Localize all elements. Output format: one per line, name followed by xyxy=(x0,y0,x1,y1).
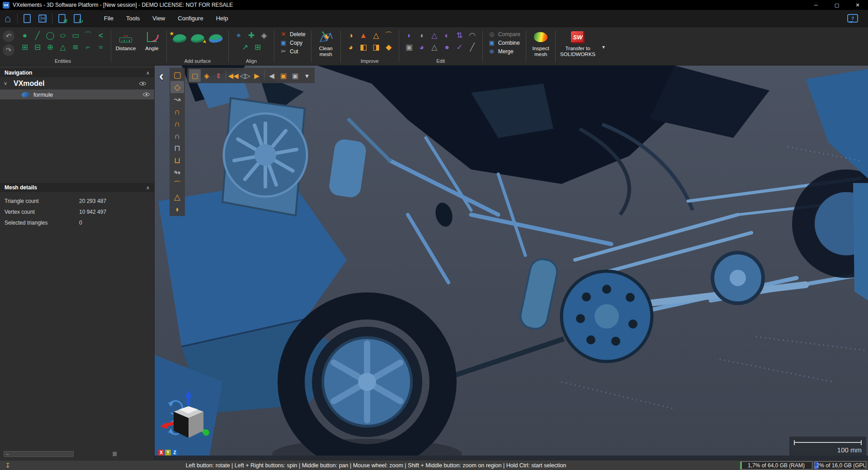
cone-icon[interactable]: △ xyxy=(57,41,69,53)
grid-cylinder-icon[interactable]: ⊟ xyxy=(32,41,43,53)
mesh-details-panel-header[interactable]: Mesh details ∧ xyxy=(0,183,154,192)
export-session-icon[interactable]: ↻ xyxy=(70,12,85,25)
fill-partial-icon[interactable]: ◧ xyxy=(358,41,369,53)
zoom-fit-icon[interactable]: ▣ xyxy=(278,69,289,82)
collapse-icon[interactable]: ∧ xyxy=(146,185,150,191)
select-dome-through-icon[interactable]: ∩ xyxy=(170,130,184,142)
transfer-dropdown-icon[interactable]: ▾ xyxy=(599,28,609,65)
select-dome-visible-icon[interactable]: ∩ xyxy=(170,118,184,130)
align-axes-icon[interactable]: ⌖ xyxy=(233,29,245,41)
home-icon[interactable]: ⌂ xyxy=(0,12,15,25)
feedback-icon[interactable]: ? xyxy=(847,14,858,23)
visibility-eye-icon[interactable] xyxy=(139,82,146,85)
inspect-mesh-button[interactable]: Inspect mesh xyxy=(528,28,554,65)
add-surface-manual-icon[interactable] xyxy=(190,33,205,43)
select-path-icon[interactable]: ↝ xyxy=(170,93,184,105)
session-download-icon[interactable]: ↧ xyxy=(2,462,14,469)
refine-boundary-icon[interactable]: ◕ xyxy=(345,41,357,53)
views-dropdown-icon[interactable]: ▾ xyxy=(301,69,313,82)
tree-node-formule[interactable]: formule xyxy=(0,89,154,99)
waterproof-icon[interactable]: ● xyxy=(441,41,453,53)
merge-button[interactable]: ⊕ Merge xyxy=(487,47,522,55)
list-view-icon[interactable]: ≣ xyxy=(112,450,118,457)
defeature-icon[interactable]: ◗ xyxy=(403,29,415,41)
panel-scrollbar[interactable]: ⌙ xyxy=(4,451,74,457)
clean-triangles-icon[interactable]: △ xyxy=(370,29,382,41)
collapse-icon[interactable]: ∧ xyxy=(146,70,150,76)
visibility-eye-icon[interactable] xyxy=(143,93,150,96)
layers-icon[interactable]: ≋ xyxy=(70,41,81,53)
tree-node-vxmodel[interactable]: ∨ VXmodel xyxy=(0,77,154,89)
point-icon[interactable]: ● xyxy=(19,29,31,41)
cut-button[interactable]: ✂ Cut xyxy=(278,47,307,55)
combine-button[interactable]: ▣ Combine xyxy=(487,39,522,47)
navigation-panel-header[interactable]: Navigation ∧ xyxy=(0,68,154,77)
import-session-icon[interactable]: ↺ xyxy=(54,12,70,25)
select-box-icon[interactable]: ⊓ xyxy=(170,142,184,154)
next-view-icon[interactable]: ▶ xyxy=(251,69,263,82)
validate-icon[interactable]: ✓ xyxy=(454,41,466,53)
minimize-button[interactable]: ─ xyxy=(806,0,826,10)
menu-file[interactable]: File xyxy=(98,12,120,24)
delete-button[interactable]: ✕ Delete xyxy=(278,30,307,38)
view-back-icon[interactable]: ◀ xyxy=(266,69,278,82)
maximize-button[interactable]: ▢ xyxy=(826,0,847,10)
redo-button[interactable]: ↷ xyxy=(3,44,14,56)
fill-bridge-icon[interactable]: ◨ xyxy=(370,41,382,53)
new-session-icon[interactable] xyxy=(19,12,35,25)
select-dome-icon[interactable]: ∩ xyxy=(170,105,184,118)
angle-button[interactable]: Angle xyxy=(139,28,165,65)
align-move-icon[interactable]: ↗ xyxy=(239,41,251,53)
undo-button[interactable]: ↶ xyxy=(3,30,14,42)
ellipse-icon[interactable]: ○ xyxy=(54,29,72,41)
add-surface-extend-icon[interactable] xyxy=(208,33,223,43)
grid-plane-icon[interactable]: ⊞ xyxy=(19,41,31,53)
zoom-region-icon[interactable]: ▣ xyxy=(289,69,301,82)
distance-button[interactable]: ↔ Distance xyxy=(113,28,139,65)
add-surface-new-icon[interactable] xyxy=(172,33,187,43)
menu-view[interactable]: View xyxy=(146,12,171,24)
line-icon[interactable]: ╱ xyxy=(32,29,43,41)
close-button[interactable]: ✕ xyxy=(847,0,868,10)
menu-configure[interactable]: Configure xyxy=(171,12,209,24)
select-triangle-icon[interactable]: △ xyxy=(170,191,184,203)
cycle-view-icon[interactable]: ◁▷ xyxy=(239,69,251,82)
scale-icon[interactable]: ▣ xyxy=(403,41,415,53)
decimate-icon[interactable]: △ xyxy=(429,29,440,41)
manual-fill-icon[interactable]: ◆ xyxy=(383,41,395,53)
clean-mesh-button[interactable]: Clean mesh xyxy=(313,28,339,65)
selection-mode-icon[interactable]: ▢ xyxy=(189,69,201,82)
select-bracket-icon[interactable]: ⌒ xyxy=(170,179,184,191)
smooth-icon[interactable]: ◖ xyxy=(416,29,428,41)
orient-icon[interactable]: ◠ xyxy=(467,29,478,41)
transfer-solidworks-button[interactable]: SW Transfer to SOLIDWORKS xyxy=(557,28,599,65)
fill-boundary-icon[interactable]: ⌒ xyxy=(383,29,395,41)
mirror-icon[interactable]: ◐ xyxy=(441,29,453,41)
copy-button[interactable]: ▣ Copy xyxy=(278,39,307,47)
remove-spikes-icon[interactable]: ▲ xyxy=(358,29,369,41)
compress-view-icon[interactable]: ⇕ xyxy=(212,69,224,82)
navigation-cube[interactable] xyxy=(158,391,215,447)
fill-hole-icon[interactable]: ◑ xyxy=(345,29,357,41)
align-view-icon[interactable]: ◈ xyxy=(258,29,270,41)
select-blob-icon[interactable]: ◗ xyxy=(170,203,184,215)
remesh-icon[interactable]: ◕ xyxy=(416,41,428,53)
menu-tools[interactable]: Tools xyxy=(120,12,146,24)
layers-view-icon[interactable]: ◈ xyxy=(201,69,212,82)
collapse-sidebar-icon[interactable]: ‹ xyxy=(159,69,164,83)
polyline-icon[interactable]: < xyxy=(95,29,107,41)
select-brush-icon[interactable]: ↬ xyxy=(170,166,184,179)
sharpen-icon[interactable]: ╱ xyxy=(467,41,478,53)
spline-icon[interactable]: ≈ xyxy=(95,41,107,53)
arc-icon[interactable]: ⌒ xyxy=(82,29,94,41)
previous-view-icon[interactable]: ◀◀ xyxy=(227,69,239,82)
3d-viewport[interactable]: ‹ ▢◇↝∩∩∩⊓⊔↬⌒△◗ ▢◈⇕◀◀◁▷▶◀▣▣▾ X xyxy=(155,66,868,460)
select-rectangle-icon[interactable]: ▢ xyxy=(170,69,184,81)
expander-icon[interactable]: ∨ xyxy=(4,80,14,86)
select-plane-icon[interactable]: ⊔ xyxy=(170,154,184,166)
align-grid-icon[interactable]: ⊞ xyxy=(252,41,264,53)
pipe-icon[interactable]: ⌐ xyxy=(82,41,94,53)
compare-button[interactable]: ◎ Compare xyxy=(487,30,522,38)
subdivide-icon[interactable]: △ xyxy=(429,41,440,53)
select-freeform-icon[interactable]: ◇ xyxy=(170,81,184,93)
